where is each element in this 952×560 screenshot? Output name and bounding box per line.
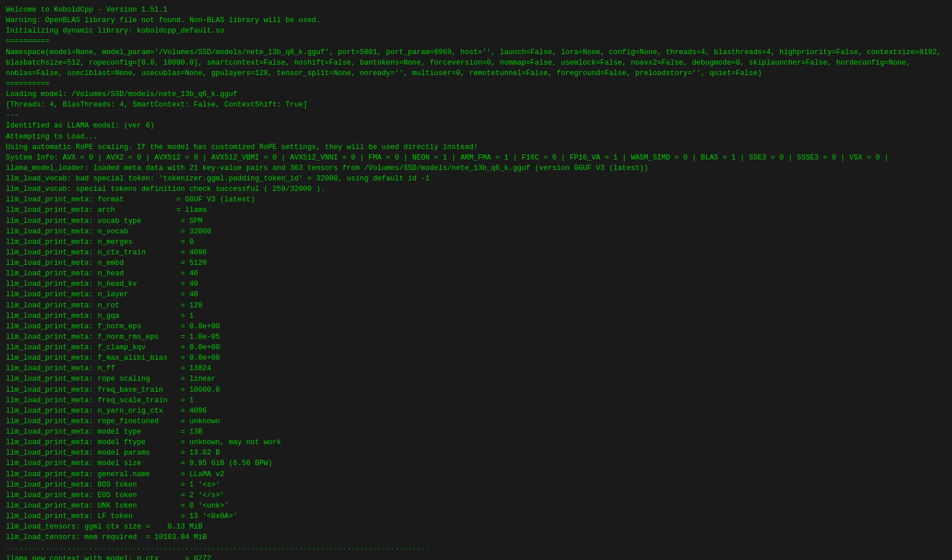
terminal-line: llm_load_print_meta: n_gqa = 1 (6, 311, 946, 321)
terminal-line: llm_load_print_meta: format = GGUF V3 (l… (6, 194, 946, 205)
terminal-line: llm_load_print_meta: LF token = 13 '<0x0… (6, 511, 946, 522)
terminal-line: llm_load_tensors: ggml ctx size = 0.13 M… (6, 522, 946, 532)
terminal-line: llm_load_print_meta: BOS token = 1 '<s>' (6, 480, 946, 490)
terminal-line: llm_load_vocab: bad special token: 'toke… (6, 173, 946, 184)
terminal-line: ........................................… (6, 543, 946, 553)
terminal-line: llm_load_print_meta: freq_scale_train = … (6, 395, 946, 406)
terminal-line: llm_load_print_meta: f_norm_rms_eps = 1.… (6, 332, 946, 342)
terminal-line: llm_load_print_meta: EOS token = 2 '</s>… (6, 490, 946, 501)
terminal-line: llm_load_print_meta: n_head = 40 (6, 268, 946, 279)
terminal-line: llm_load_print_meta: vocab type = SPM (6, 216, 946, 226)
terminal-line: Namespace(model=None, model_param='/Volu… (6, 47, 946, 79)
terminal-line: llm_load_print_meta: UNK token = 0 '<unk… (6, 501, 946, 511)
terminal-line: llm_load_vocab: special tokens definitio… (6, 184, 946, 194)
terminal-output: Welcome to KoboldCpp - Version 1.51.1War… (0, 0, 952, 560)
terminal-line: Welcome to KoboldCpp - Version 1.51.1 (6, 5, 946, 15)
terminal-line: llm_load_tensors: mem required = 10183.8… (6, 532, 946, 543)
terminal-line: llm_load_print_meta: n_embd = 5120 (6, 258, 946, 268)
terminal-line: llm_load_print_meta: n_ff = 13824 (6, 363, 946, 374)
terminal-line: llama_new_context_with_model: n_ctx = 82… (6, 554, 946, 561)
terminal-line: llm_load_print_meta: n_yarn_orig_ctx = 4… (6, 406, 946, 416)
terminal-line: Using automatic RoPE scaling. If the mod… (6, 142, 946, 153)
terminal-line: llm_load_print_meta: n_layer = 40 (6, 289, 946, 300)
terminal-line: llm_load_print_meta: f_norm_eps = 0.0e+0… (6, 321, 946, 332)
terminal-line: llm_load_print_meta: n_rot = 128 (6, 300, 946, 311)
terminal-line: llm_load_print_meta: n_vocab = 32000 (6, 226, 946, 237)
terminal-line: Warning: OpenBLAS library file not found… (6, 15, 946, 26)
terminal-line: llm_load_print_meta: freq_base_train = 1… (6, 385, 946, 395)
terminal-line: llm_load_print_meta: model type = 13B (6, 427, 946, 437)
terminal-line: Identified as LLAMA model: (ver 6) (6, 120, 946, 131)
terminal-line: Loading model: /Volumes/SSD/models/nete_… (6, 89, 946, 100)
terminal-line: ========== (6, 36, 946, 47)
terminal-line: llama_model_loader: loaded meta data wit… (6, 163, 946, 173)
terminal-line: llm_load_print_meta: model size = 9.95 G… (6, 458, 946, 469)
terminal-line: Attempting to Load... (6, 132, 946, 142)
terminal-line: llm_load_print_meta: n_ctx_train = 4096 (6, 247, 946, 258)
terminal-line: llm_load_print_meta: n_merges = 0 (6, 237, 946, 247)
terminal-line: llm_load_print_meta: arch = llama (6, 205, 946, 215)
terminal-line: Initializing dynamic library: koboldcpp_… (6, 26, 946, 36)
terminal-line: llm_load_print_meta: general.name = LLaM… (6, 469, 946, 480)
terminal-line: llm_load_print_meta: model ftype = unkno… (6, 437, 946, 448)
terminal-line: llm_load_print_meta: n_head_kv = 40 (6, 279, 946, 289)
terminal-line: llm_load_print_meta: rope_finetuned = un… (6, 416, 946, 427)
terminal-line: --- (6, 110, 946, 120)
terminal-line: llm_load_print_meta: rope scaling = line… (6, 374, 946, 384)
terminal-line: ========== (6, 79, 946, 89)
terminal-line: [Threads: 4, BlasThreads: 4, SmartContex… (6, 100, 946, 110)
terminal-line: llm_load_print_meta: model params = 13.0… (6, 448, 946, 458)
terminal-line: System Info: AVX = 0 | AVX2 = 0 | AVX512… (6, 153, 946, 163)
terminal-line: llm_load_print_meta: f_max_alibi_bias = … (6, 353, 946, 363)
terminal-line: llm_load_print_meta: f_clamp_kqv = 0.0e+… (6, 342, 946, 353)
